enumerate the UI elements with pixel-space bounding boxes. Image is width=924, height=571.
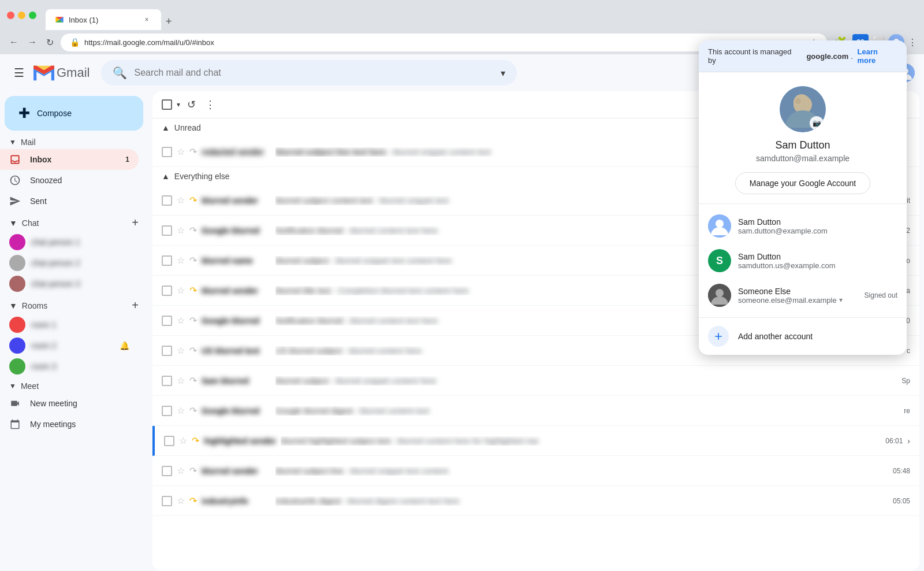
select-all-checkbox[interactable] (162, 99, 172, 110)
managed-domain: google.com (806, 52, 848, 61)
search-bar[interactable]: 🔍 ▾ (101, 60, 517, 86)
star-icon[interactable]: ☆ (177, 315, 185, 326)
account-info-1: Sam Dutton sam.dutton@example.com (738, 217, 897, 235)
room-item-3[interactable]: room 3 (0, 356, 139, 377)
accounts-list: Sam Dutton sam.dutton@example.com S Sam … (699, 204, 907, 318)
email-sender: Sam blurred (202, 376, 271, 385)
table-row[interactable]: ☆ ↷ highlighted sender blurred highlight… (152, 426, 919, 456)
chat-add-button[interactable]: + (132, 216, 139, 229)
account-avatar-1 (708, 214, 731, 238)
star-icon[interactable]: ☆ (177, 405, 185, 416)
browser-chrome: Inbox (1) × + (0, 0, 924, 30)
rooms-section-header: ▼ Rooms + (0, 296, 148, 314)
table-row[interactable]: ☆ ↷ blurred sender blurred subject line … (152, 456, 919, 486)
account-row-1[interactable]: Sam Dutton sam.dutton@example.com (699, 209, 907, 243)
forward-button[interactable]: → (25, 35, 39, 50)
star-icon[interactable]: ☆ (177, 195, 185, 206)
close-traffic-light[interactable] (7, 12, 14, 19)
profile-name: Sam Dutton (775, 139, 830, 151)
account-row-3[interactable]: Someone Else someone.else@mail.example ▾… (699, 278, 907, 313)
star-icon[interactable]: ☆ (177, 345, 185, 356)
star-icon[interactable]: ☆ (177, 285, 185, 296)
chat-avatar-3 (9, 276, 25, 292)
email-checkbox[interactable] (162, 376, 172, 386)
email-checkbox[interactable] (162, 195, 172, 206)
table-row[interactable]: ☆ ↷ Sam blurred blurred subject - blurre… (152, 366, 919, 396)
chat-section-header: ▼ Chat + (0, 214, 148, 232)
meet-section-header[interactable]: ▼ Meet (0, 379, 148, 393)
forward-icon: ↷ (189, 345, 197, 356)
rooms-section-label: Rooms (22, 301, 47, 310)
tab-title: Inbox (1) (69, 16, 98, 24)
sidebar-item-my-meetings[interactable]: My meetings (0, 414, 139, 435)
chat-item-1[interactable]: chat person 1 (0, 232, 139, 253)
room-name-3: room 3 (31, 362, 57, 371)
email-checkbox[interactable] (162, 496, 172, 506)
star-icon[interactable]: ☆ (177, 225, 185, 236)
managed-notice: This account is managed by google.com. L… (699, 40, 907, 72)
add-account-button[interactable]: Add another account (699, 318, 907, 355)
star-icon[interactable]: ☆ (177, 495, 185, 506)
gmail-logo[interactable]: Gmail (33, 65, 90, 81)
room-item-2[interactable]: room 2 🔔 (0, 335, 139, 356)
account-email-1: sam.dutton@example.com (738, 227, 897, 235)
browser-menu-icon[interactable]: ⋮ (908, 37, 917, 48)
account-row-2[interactable]: S Sam Dutton samdutton.us@example.com (699, 243, 907, 278)
active-tab[interactable]: Inbox (1) × (46, 9, 161, 30)
sidebar-item-sent[interactable]: Sent (0, 191, 139, 212)
select-dropdown[interactable]: ▾ (177, 101, 180, 109)
email-sender: redacted sender (202, 147, 271, 157)
everything-chevron-icon[interactable]: ▲ (162, 172, 170, 181)
back-button[interactable]: ← (7, 35, 21, 50)
email-checkbox[interactable] (162, 406, 172, 416)
email-checkbox[interactable] (162, 316, 172, 326)
learn-more-link[interactable]: Learn more (858, 47, 897, 65)
add-account-icon (708, 326, 729, 347)
search-dropdown-arrow[interactable]: ▾ (501, 68, 505, 79)
star-icon[interactable]: ☆ (177, 255, 185, 266)
minimize-traffic-light[interactable] (18, 12, 25, 19)
new-tab-button[interactable]: + (161, 13, 177, 30)
chat-item-3[interactable]: chat person 3 (0, 273, 139, 294)
sidebar-item-new-meeting[interactable]: New meeting (0, 393, 139, 414)
sidebar-item-inbox[interactable]: Inbox 1 (0, 149, 139, 170)
email-checkbox[interactable] (164, 436, 174, 446)
table-row[interactable]: ☆ ↷ Google blurred Google blurred digest… (152, 396, 919, 426)
hamburger-menu-button[interactable]: ☰ (9, 61, 29, 84)
rooms-add-button[interactable]: + (132, 299, 139, 312)
refresh-button[interactable]: ↺ (185, 96, 198, 113)
email-time: 06:01 (874, 437, 903, 445)
more-options-button[interactable]: ⋮ (203, 96, 218, 113)
manage-account-button[interactable]: Manage your Google Account (735, 172, 870, 194)
chat-name-3: chat person 3 (31, 279, 80, 288)
rooms-section-toggle[interactable]: ▼ Rooms (9, 301, 47, 310)
email-checkbox[interactable] (162, 466, 172, 476)
star-icon[interactable]: ☆ (177, 146, 185, 157)
table-row[interactable]: ☆ ↷ industryinfo industryinfo digest - b… (152, 486, 919, 516)
chat-section-toggle[interactable]: ▼ Chat (9, 218, 39, 228)
star-icon[interactable]: ☆ (177, 465, 185, 476)
search-input[interactable] (134, 68, 494, 78)
chat-item-2[interactable]: chat person 2 (0, 253, 139, 273)
email-checkbox[interactable] (162, 147, 172, 157)
profile-avatar-large: 📷 (780, 86, 826, 132)
profile-camera-icon[interactable]: 📷 (810, 116, 824, 130)
unread-chevron-icon[interactable]: ▲ (162, 123, 170, 132)
star-icon[interactable]: ☆ (177, 375, 185, 386)
tab-close-button[interactable]: × (141, 14, 152, 25)
sent-label: Sent (30, 196, 47, 206)
compose-button[interactable]: ✚ Compose (5, 96, 143, 131)
email-checkbox[interactable] (162, 346, 172, 356)
sidebar-item-snoozed[interactable]: Snoozed (0, 170, 139, 191)
star-icon[interactable]: ☆ (179, 435, 187, 446)
room-item-1[interactable]: room 1 (0, 314, 139, 335)
email-checkbox[interactable] (162, 255, 172, 266)
expand-icon[interactable]: › (907, 436, 910, 446)
email-checkbox[interactable] (162, 286, 172, 296)
maximize-traffic-light[interactable] (29, 12, 36, 19)
mail-section-header[interactable]: ▼ Mail (0, 135, 148, 149)
reload-button[interactable]: ↻ (44, 35, 56, 50)
email-checkbox[interactable] (162, 225, 172, 236)
forward-icon: ↷ (192, 435, 199, 446)
account-dropdown: This account is managed by google.com. L… (699, 40, 907, 355)
